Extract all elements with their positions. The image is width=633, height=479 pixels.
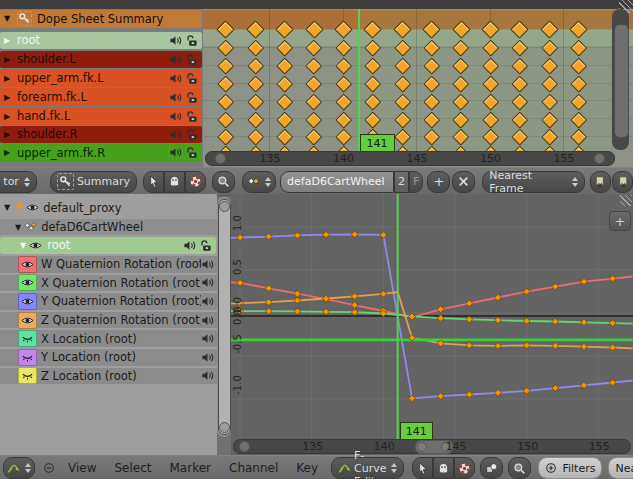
graph-plot-area[interactable]: 1.00.50.00.0-0.5-1.0141135140145150155+ — [231, 194, 633, 455]
dope-summary-row[interactable]: ▼Dope Sheet Summary — [0, 10, 202, 28]
curve-keyframe-point[interactable] — [265, 285, 272, 292]
keyframe-diamond[interactable] — [277, 111, 293, 127]
keyframe-diamond[interactable] — [277, 129, 293, 145]
curve-keyframe-point[interactable] — [523, 342, 530, 349]
scrollbar-handle[interactable] — [215, 153, 226, 164]
curve-keyframe-point[interactable] — [466, 342, 473, 349]
keyframe-diamond[interactable] — [247, 93, 263, 109]
dope-channel-forearm.fk.L[interactable]: ▶forearm.fk.L — [0, 88, 202, 106]
keyframe-type-dropdown[interactable] — [242, 171, 276, 193]
mute-speaker-icon[interactable] — [201, 351, 214, 364]
keyframe-diamond[interactable] — [335, 58, 351, 74]
keyframe-diamond[interactable] — [335, 76, 351, 92]
auto-snap-dropdown[interactable]: Nearest Frame — [482, 171, 585, 193]
cursor-button[interactable] — [143, 171, 164, 193]
fcurve-channel-4[interactable]: Z Quaternion Rotation (root) — [0, 312, 234, 329]
curve-keyframe-point[interactable] — [351, 302, 358, 309]
action-users-button[interactable]: 2 — [394, 171, 409, 193]
fcurve-channel-1[interactable]: W Quaternion Rotation (root) — [0, 256, 234, 273]
lifering-button[interactable] — [185, 171, 206, 193]
curve-keyframe-point[interactable] — [495, 317, 502, 324]
snap-button[interactable] — [480, 457, 503, 479]
keyframe-diamond[interactable] — [218, 129, 234, 145]
keyframe-diamond[interactable] — [247, 58, 263, 74]
ghost-button[interactable] — [433, 457, 454, 479]
tree-item-default_proxy[interactable]: ▼default_proxy — [0, 199, 220, 216]
fcurve-channel-2[interactable]: X Quaternion Rotation (root) — [0, 275, 234, 292]
curve-keyframe-point[interactable] — [323, 308, 330, 315]
keyframe-diamond[interactable] — [335, 111, 351, 127]
dope-channel-hand.fk.L[interactable]: ▶hand.fk.L — [0, 107, 202, 125]
graph-channel-scrollbar[interactable] — [217, 197, 231, 437]
curve-keyframe-point[interactable] — [495, 294, 502, 301]
curve-keyframe-point[interactable] — [265, 308, 272, 315]
scrollbar-handle[interactable] — [239, 441, 250, 452]
new-action-button[interactable]: + — [427, 171, 450, 193]
curve-keyframe-point[interactable] — [581, 382, 588, 389]
curve-keyframe-point[interactable] — [552, 385, 559, 392]
keyframe-diamond[interactable] — [306, 76, 322, 92]
open-properties-panel-button[interactable]: + — [609, 211, 631, 231]
mute-speaker-icon[interactable] — [169, 91, 182, 104]
triangle-right-icon[interactable]: ▶ — [4, 148, 14, 157]
eye-icon[interactable] — [26, 201, 39, 214]
menu-channel[interactable]: Channel — [229, 461, 278, 475]
lock-icon[interactable] — [185, 91, 198, 104]
dope-vertical-scrollbar[interactable] — [612, 9, 629, 150]
lock-icon[interactable] — [185, 110, 198, 123]
curve-keyframe-point[interactable] — [495, 342, 502, 349]
curve-keyframe-point[interactable] — [495, 389, 502, 396]
keyframe-diamond[interactable] — [306, 111, 322, 127]
fake-user-button[interactable]: F — [409, 171, 423, 193]
eye-closed-icon[interactable] — [21, 332, 34, 345]
graph-horizontal-scrollbar[interactable]: 135140145150155 — [233, 439, 631, 454]
triangle-down-icon[interactable]: ▼ — [20, 241, 26, 250]
tree-item-defaD6CartWheel[interactable]: ▼defaD6CartWheel — [0, 219, 231, 235]
mute-speaker-icon[interactable] — [169, 110, 182, 123]
dope-sheet-keyframe-area[interactable]: 141135140145150155 — [203, 9, 633, 167]
lock-icon[interactable] — [185, 53, 198, 66]
curve-keyframe-point[interactable] — [523, 318, 530, 325]
curve-keyframe-point[interactable] — [351, 231, 358, 238]
fcurve-channel-3[interactable]: Y Quaternion Rotation (root) — [0, 293, 234, 310]
triangle-right-icon[interactable]: ▶ — [4, 112, 14, 121]
triangle-down-icon[interactable]: ▼ — [4, 14, 14, 23]
curve-keyframe-point[interactable] — [609, 275, 616, 282]
paste-keyframes-button[interactable] — [612, 171, 633, 193]
curve-keyframe-point[interactable] — [581, 343, 588, 350]
dope-channel-root[interactable]: ▶root — [0, 32, 202, 50]
cursor-button[interactable] — [412, 457, 433, 479]
curve-keyframe-point[interactable] — [294, 290, 301, 297]
magnifier-button[interactable] — [508, 457, 531, 479]
editor-type-dropdown[interactable] — [3, 457, 35, 479]
curve-keyframe-point[interactable] — [466, 316, 473, 323]
curve-keyframe-point[interactable] — [380, 291, 387, 298]
mute-speaker-icon[interactable] — [169, 53, 182, 66]
area-resize-grip[interactable] — [620, 195, 632, 206]
mute-speaker-icon[interactable] — [201, 258, 214, 271]
keyframe-diamond[interactable] — [306, 129, 322, 145]
lock-icon[interactable] — [185, 72, 198, 85]
dope-horizontal-scrollbar[interactable]: 135140145150155 — [205, 151, 615, 166]
group-row-root[interactable]: ▼root — [0, 237, 216, 254]
triangle-down-icon[interactable]: ▼ — [4, 203, 10, 212]
keyframe-diamond[interactable] — [277, 76, 293, 92]
copy-keyframes-button[interactable] — [590, 171, 611, 193]
fcurve-channel-6[interactable]: Y Location (root) — [0, 349, 234, 366]
curve-keyframe-point[interactable] — [294, 232, 301, 239]
curve-keyframe-point[interactable] — [523, 288, 530, 295]
dope-channel-upper_arm.fk.R[interactable]: ▶upper_arm.fk.R — [0, 144, 202, 162]
keyframe-diamond[interactable] — [247, 76, 263, 92]
lock-icon[interactable] — [185, 34, 198, 47]
curve-keyframe-point[interactable] — [265, 299, 272, 306]
triangle-right-icon[interactable]: ▶ — [4, 36, 14, 45]
keyframe-diamond[interactable] — [306, 58, 322, 74]
mute-speaker-icon[interactable] — [201, 369, 214, 382]
triangle-right-icon[interactable]: ▶ — [4, 74, 14, 83]
dope-channel-shoulder.R[interactable]: ▶shoulder.R — [0, 126, 202, 144]
zoom-filter-button[interactable] — [212, 171, 235, 193]
graph-mode-dropdown[interactable]: F-Curve Edito — [331, 457, 404, 479]
current-frame-line[interactable] — [358, 9, 360, 151]
action-name-field[interactable]: defaD6CartWheel — [280, 171, 394, 193]
curve-keyframe-point[interactable] — [409, 395, 416, 402]
